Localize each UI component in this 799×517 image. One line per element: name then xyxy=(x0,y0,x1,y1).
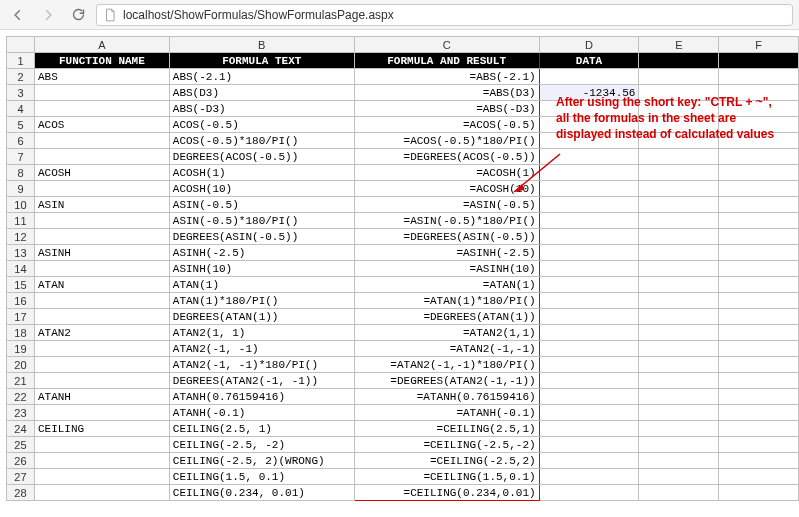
cell[interactable] xyxy=(719,133,799,149)
cell[interactable] xyxy=(539,405,639,421)
row-header[interactable]: 22 xyxy=(7,389,35,405)
cell[interactable] xyxy=(34,149,169,165)
cell[interactable] xyxy=(639,309,719,325)
cell[interactable]: DEGREES(ASIN(-0.5)) xyxy=(169,229,354,245)
row-header[interactable]: 2 xyxy=(7,69,35,85)
row-header[interactable]: 8 xyxy=(7,165,35,181)
cell[interactable] xyxy=(539,197,639,213)
cell[interactable]: ACOS(-0.5)*180/PI() xyxy=(169,133,354,149)
cell[interactable] xyxy=(34,261,169,277)
cell[interactable]: ABS xyxy=(34,69,169,85)
cell[interactable] xyxy=(639,373,719,389)
cell[interactable] xyxy=(719,341,799,357)
cell[interactable] xyxy=(34,293,169,309)
cell[interactable]: =ABS(-2.1) xyxy=(354,69,539,85)
cell[interactable] xyxy=(539,133,639,149)
cell[interactable] xyxy=(539,245,639,261)
cell[interactable]: ABS(-2.1) xyxy=(169,69,354,85)
row-header[interactable]: 27 xyxy=(7,469,35,485)
cell[interactable]: CEILING(0.234, 0.01) xyxy=(169,485,354,501)
cell[interactable] xyxy=(639,325,719,341)
cell[interactable] xyxy=(539,373,639,389)
row-header[interactable]: 26 xyxy=(7,453,35,469)
cell[interactable]: FORMULA TEXT xyxy=(169,53,354,69)
cell[interactable] xyxy=(539,421,639,437)
cell[interactable] xyxy=(34,229,169,245)
cell[interactable] xyxy=(719,85,799,101)
cell[interactable]: ACOSH(1) xyxy=(169,165,354,181)
cell[interactable]: =ATAN2(-1,-1)*180/PI() xyxy=(354,357,539,373)
cell[interactable]: DATA xyxy=(539,53,639,69)
cell[interactable] xyxy=(539,181,639,197)
cell[interactable] xyxy=(34,437,169,453)
cell[interactable]: =ATAN(1) xyxy=(354,277,539,293)
cell[interactable]: =ASINH(10) xyxy=(354,261,539,277)
cell[interactable]: CEILING xyxy=(34,421,169,437)
cell[interactable]: ABS(D3) xyxy=(169,85,354,101)
cell[interactable] xyxy=(639,389,719,405)
cell[interactable] xyxy=(719,485,799,501)
cell[interactable]: =ACOS(-0.5) xyxy=(354,117,539,133)
row-header[interactable]: 12 xyxy=(7,229,35,245)
cell[interactable]: ASIN(-0.5)*180/PI() xyxy=(169,213,354,229)
cell[interactable] xyxy=(719,389,799,405)
back-button[interactable] xyxy=(6,3,30,27)
cell[interactable] xyxy=(539,69,639,85)
row-header[interactable]: 7 xyxy=(7,149,35,165)
select-all-corner[interactable] xyxy=(7,37,35,53)
cell[interactable]: =ASIN(-0.5) xyxy=(354,197,539,213)
cell[interactable] xyxy=(639,165,719,181)
cell[interactable] xyxy=(639,245,719,261)
cell[interactable] xyxy=(719,197,799,213)
cell[interactable]: =DEGREES(ASIN(-0.5)) xyxy=(354,229,539,245)
row-header[interactable]: 17 xyxy=(7,309,35,325)
cell[interactable]: ATANH(-0.1) xyxy=(169,405,354,421)
cell[interactable] xyxy=(34,181,169,197)
cell[interactable]: =ATAN(1)*180/PI() xyxy=(354,293,539,309)
cell[interactable] xyxy=(639,341,719,357)
cell[interactable]: =ABS(-D3) xyxy=(354,101,539,117)
cell[interactable]: ASIN(-0.5) xyxy=(169,197,354,213)
cell[interactable] xyxy=(639,149,719,165)
cell[interactable] xyxy=(34,133,169,149)
cell[interactable]: DEGREES(ATAN2(-1, -1)) xyxy=(169,373,354,389)
row-header[interactable]: 24 xyxy=(7,421,35,437)
cell[interactable] xyxy=(639,261,719,277)
cell[interactable] xyxy=(719,277,799,293)
cell[interactable]: ACOS(-0.5) xyxy=(169,117,354,133)
cell[interactable] xyxy=(639,437,719,453)
cell[interactable]: =ATANH(0.76159416) xyxy=(354,389,539,405)
cell[interactable] xyxy=(539,469,639,485)
cell[interactable]: CEILING(2.5, 1) xyxy=(169,421,354,437)
cell[interactable]: =ATAN2(-1,-1) xyxy=(354,341,539,357)
cell[interactable] xyxy=(539,453,639,469)
cell[interactable]: ATAN xyxy=(34,277,169,293)
cell[interactable]: CEILING(-2.5, 2)(WRONG) xyxy=(169,453,354,469)
cell[interactable]: =ABS(D3) xyxy=(354,85,539,101)
row-header[interactable]: 6 xyxy=(7,133,35,149)
cell[interactable] xyxy=(539,357,639,373)
cell[interactable] xyxy=(539,437,639,453)
cell[interactable] xyxy=(639,421,719,437)
cell[interactable] xyxy=(639,485,719,501)
cell[interactable]: =CEILING(1.5,0.1) xyxy=(354,469,539,485)
cell[interactable] xyxy=(719,69,799,85)
row-header[interactable]: 23 xyxy=(7,405,35,421)
row-header[interactable]: 3 xyxy=(7,85,35,101)
cell[interactable] xyxy=(34,373,169,389)
cell[interactable] xyxy=(34,485,169,501)
address-bar[interactable]: localhost/ShowFormulas/ShowFormulasPage.… xyxy=(96,4,793,26)
col-header-E[interactable]: E xyxy=(639,37,719,53)
cell[interactable] xyxy=(719,325,799,341)
cell[interactable]: ATAN2(-1, -1)*180/PI() xyxy=(169,357,354,373)
row-header[interactable]: 9 xyxy=(7,181,35,197)
cell[interactable]: CEILING(1.5, 0.1) xyxy=(169,469,354,485)
cell[interactable] xyxy=(719,469,799,485)
cell[interactable] xyxy=(539,149,639,165)
cell[interactable] xyxy=(539,229,639,245)
spreadsheet-grid[interactable]: A B C D E F 1FUNCTION NAMEFORMULA TEXTFO… xyxy=(6,36,799,501)
cell[interactable] xyxy=(34,85,169,101)
col-header-F[interactable]: F xyxy=(719,37,799,53)
col-header-D[interactable]: D xyxy=(539,37,639,53)
cell[interactable]: =CEILING(0.234,0.01) xyxy=(354,485,539,501)
